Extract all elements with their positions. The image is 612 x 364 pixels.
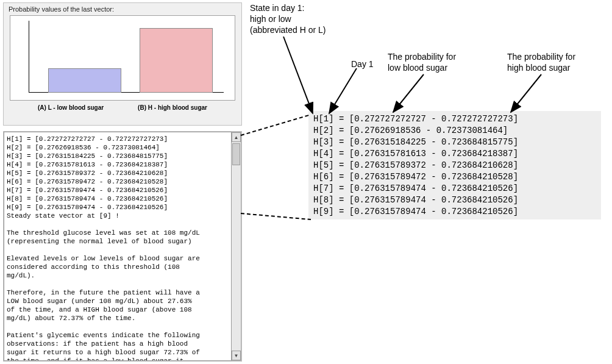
vertical-scrollbar[interactable]: ▲ ▼ — [232, 132, 241, 361]
bar-chart — [10, 15, 235, 101]
guide-line-top — [241, 115, 311, 135]
probability-chart-panel: Probability values of the last vector: (… — [3, 2, 242, 126]
chart-x-labels: (A) L - low blood sugar (B) H - high blo… — [9, 104, 237, 111]
scroll-up-button[interactable]: ▲ — [232, 132, 241, 142]
arrow-day1 — [329, 68, 357, 113]
scroll-down-button[interactable]: ▼ — [232, 351, 241, 360]
arrow-low — [393, 74, 424, 112]
guide-line-bottom — [241, 213, 311, 219]
output-log-text[interactable]: H[1] = [0.272727272727 - 0.727272727273]… — [4, 132, 232, 361]
y-axis — [29, 21, 29, 93]
annotation-day1-label: Day 1 — [351, 59, 374, 70]
output-log-panel: H[1] = [0.272727272727 - 0.727272727273]… — [3, 131, 242, 362]
annotation-state-label: State in day 1: high or low (abbreviated… — [250, 2, 360, 35]
bar-high-blood-sugar — [140, 28, 213, 93]
caret-up-icon: ▲ — [234, 135, 239, 140]
caret-down-icon: ▼ — [234, 353, 239, 359]
bar-low-blood-sugar — [48, 68, 121, 93]
arrow-state — [283, 37, 313, 113]
chart-title: Probability values of the last vector: — [9, 5, 237, 13]
zoomed-output-text: H[1] = [0.272727272727 - 0.727272727273]… — [308, 111, 601, 219]
label-high: (B) H - high blood sugar — [138, 104, 207, 111]
scroll-thumb[interactable] — [232, 143, 240, 165]
label-low: (A) L - low blood sugar — [38, 104, 104, 111]
annotation-low-prob-label: The probability for low blood sugar — [388, 51, 479, 73]
annotation-high-prob-label: The probability for high blood sugar — [507, 51, 599, 73]
arrow-high — [511, 74, 541, 112]
